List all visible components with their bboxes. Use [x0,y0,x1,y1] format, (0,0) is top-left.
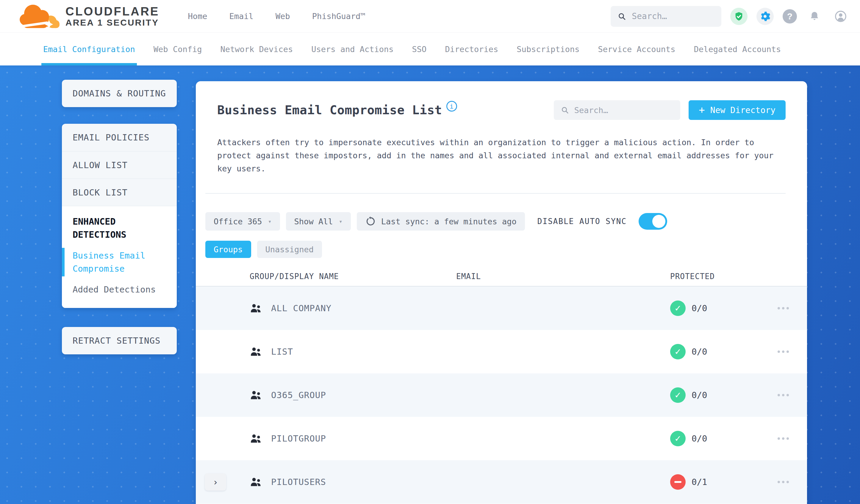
toggle-knob [652,215,665,228]
gear-icon [760,11,771,22]
last-sync-button[interactable]: Last sync: a few minutes ago [357,212,525,231]
primary-nav: HomeEmailWebPhishGuard™ [188,12,366,21]
tab-delegated-accounts[interactable]: Delegated Accounts [694,33,781,66]
show-filter-dropdown[interactable]: Show All ▾ [286,212,351,231]
shield-check-icon [734,11,744,21]
group-name: PILOTUSERS [271,477,326,487]
sidebar-item-domains-routing[interactable]: DOMAINS & ROUTING [62,80,177,107]
protected-cell: 0/1 [670,474,768,490]
tab-users-and-actions[interactable]: Users and Actions [311,33,393,66]
check-icon: ✓ [674,390,681,400]
sidebar-label: DOMAINS & ROUTING [73,88,166,99]
top-header: CLOUDFLARE AREA 1 SECURITY HomeEmailWebP… [0,0,860,33]
directory-filter-dropdown[interactable]: Office 365 ▾ [205,212,280,231]
protected-cell: ✓0/0 [670,387,768,403]
tab-web-config[interactable]: Web Config [154,33,202,66]
groups-table: GROUP/DISPLAY NAME EMAIL PROTECTED ALL C… [196,267,807,504]
row-menu-button[interactable] [768,394,798,396]
table-row: O365_GROUP✓0/0 [196,373,807,417]
caret-down-icon: ▾ [339,218,343,225]
primary-nav-link-home[interactable]: Home [188,12,207,21]
tab-directories[interactable]: Directories [445,33,498,66]
primary-nav-link-web[interactable]: Web [275,12,290,21]
info-icon[interactable]: i [446,101,457,112]
protected-cell: ✓0/0 [670,431,768,446]
settings-button[interactable] [757,8,774,25]
brand-subtitle: AREA 1 SECURITY [66,17,159,28]
account-button[interactable] [832,8,849,25]
check-icon: ✓ [674,303,681,313]
search-icon [561,106,569,115]
group-people-icon [250,346,262,357]
group-name: ALL COMPANY [271,303,331,313]
protected-check-icon: ✓ [670,431,686,446]
tab-sso[interactable]: SSO [412,33,427,66]
security-status-button[interactable] [730,8,747,25]
protected-check-icon: ✓ [670,387,686,403]
auto-sync-label: DISABLE AUTO SYNC [538,217,627,226]
new-directory-button[interactable]: + New Directory [689,100,786,120]
tab-subscriptions[interactable]: Subscriptions [517,33,579,66]
group-people-icon [250,477,262,487]
main-panel: Business Email Compromise List i + New D… [196,81,807,504]
expand-row-button[interactable]: › [205,473,226,491]
sidebar-item-retract-settings[interactable]: RETRACT SETTINGS [62,327,177,354]
row-menu-button[interactable] [768,307,798,309]
group-people-icon [250,390,262,401]
tab-email-configuration[interactable]: Email Configuration [43,33,135,66]
search-icon [618,12,626,21]
list-search[interactable] [554,100,680,120]
sidebar-item-business-email-compromise[interactable]: Business Email Compromise [73,249,166,275]
tab-service-accounts[interactable]: Service Accounts [598,33,675,66]
tab-unassigned[interactable]: Unassigned [257,241,322,258]
group-name: O365_GROUP [271,390,326,400]
sidebar-item-allow-list[interactable]: ALLOW LIST [62,151,177,178]
ellipsis-icon [777,481,789,483]
caret-down-icon: ▾ [268,218,272,225]
primary-nav-link-phishguard-[interactable]: PhishGuard™ [312,12,366,21]
sidebar-item-block-list[interactable]: BLOCK LIST [62,178,177,206]
protected-count: 0/1 [691,477,707,487]
sidebar: DOMAINS & ROUTING EMAIL POLICIESALLOW LI… [62,80,177,354]
group-people-icon [250,433,262,444]
protected-count: 0/0 [691,303,707,313]
group-people-icon [250,303,262,314]
column-group-name: GROUP/DISPLAY NAME [242,272,456,281]
check-icon: ✓ [674,434,681,444]
sync-refresh-icon [365,216,376,227]
group-name-cell: PILOTGROUP [242,433,456,444]
sidebar-item-email-policies[interactable]: EMAIL POLICIES [62,124,177,151]
group-name: LIST [271,347,293,357]
page-description: Attackers often try to impersonate execu… [196,120,800,175]
table-row: ›PILOTUSERS0/1 [196,460,807,504]
sidebar-section-enhanced-detections[interactable]: ENHANCED DETECTIONS Business Email Compr… [62,206,177,308]
list-search-input[interactable] [574,106,673,115]
protected-count: 0/0 [691,390,707,400]
global-search[interactable] [611,6,721,27]
row-menu-button[interactable] [768,437,798,440]
enhanced-detections-title: ENHANCED DETECTIONS [73,215,150,241]
tab-groups[interactable]: Groups [205,241,251,258]
global-search-input[interactable] [632,11,714,21]
row-menu-button[interactable] [768,481,798,483]
group-name: PILOTGROUP [271,433,326,444]
protected-count: 0/0 [691,433,707,444]
sidebar-item-added-detections[interactable]: Added Detections [73,283,166,296]
table-row: PILOTGROUP✓0/0 [196,417,807,460]
group-tabs: GroupsUnassigned [196,231,807,258]
page-background: DOMAINS & ROUTING EMAIL POLICIESALLOW LI… [0,66,860,504]
protected-check-icon: ✓ [670,301,686,316]
auto-sync-toggle[interactable] [639,213,667,230]
question-icon: ? [787,11,792,21]
primary-nav-link-email[interactable]: Email [229,12,254,21]
row-menu-button[interactable] [768,350,798,353]
notifications-button[interactable] [806,8,823,25]
ellipsis-icon [777,350,789,353]
column-email: EMAIL [456,272,670,281]
help-button[interactable]: ? [783,9,797,24]
header-controls: ? [611,6,849,27]
tab-network-devices[interactable]: Network Devices [220,33,293,66]
plus-icon: + [699,105,705,115]
panel-header: Business Email Compromise List i + New D… [196,81,807,120]
ellipsis-icon [777,394,789,396]
